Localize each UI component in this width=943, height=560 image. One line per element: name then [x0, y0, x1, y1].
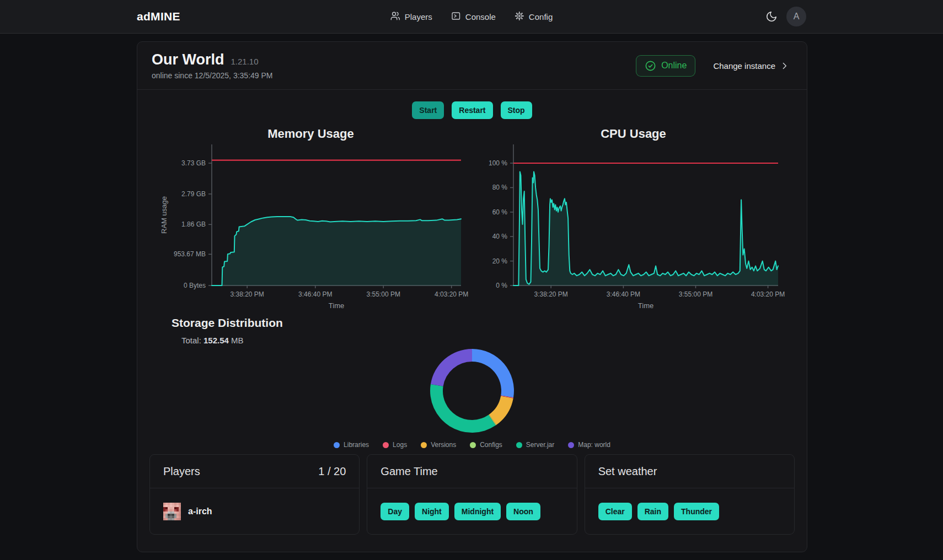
svg-text:Time: Time [329, 301, 344, 310]
bottom-cards: Players 1 / 20 a-irch Game Time DayNight… [149, 454, 795, 535]
legend-item-Libraries[interactable]: Libraries [334, 441, 369, 449]
donut-slice-Libraries [472, 349, 514, 397]
page-title: Our World [152, 51, 224, 68]
legend-label: Server.jar [526, 441, 554, 449]
game-time-card: Game Time DayNightMidnightNoon [367, 454, 577, 535]
cpu-chart-title: CPU Usage [472, 125, 795, 143]
legend-item-Versions[interactable]: Versions [421, 441, 456, 449]
legend-item-Configs[interactable]: Configs [470, 441, 502, 449]
instance-panel: Our World 1.21.10 online since 12/5/2025… [137, 41, 807, 552]
player-avatar [163, 503, 181, 520]
storage-title: Storage Distribution [172, 316, 283, 330]
status-badge: Online [636, 55, 695, 77]
time-midnight-button[interactable]: Midnight [454, 503, 501, 520]
svg-text:80 %: 80 % [492, 184, 508, 191]
app-logo[interactable]: adMINE [137, 10, 180, 23]
legend-dot [516, 442, 522, 448]
change-instance-button[interactable]: Change instance [710, 61, 792, 71]
svg-text:2.79 GB: 2.79 GB [181, 190, 206, 198]
legend-item-Map: world[interactable]: Map: world [568, 441, 610, 449]
time-noon-button[interactable]: Noon [506, 503, 540, 520]
nav-item-config[interactable]: Config [515, 11, 553, 23]
main-nav: Players Console Config [390, 11, 553, 23]
config-icon [515, 11, 524, 23]
svg-text:40 %: 40 % [492, 233, 508, 240]
svg-text:3:55:00 PM: 3:55:00 PM [679, 290, 712, 298]
legend-item-Logs[interactable]: Logs [383, 441, 407, 449]
players-icon [390, 11, 400, 23]
legend-label: Libraries [344, 441, 369, 449]
legend-label: Logs [393, 441, 407, 449]
svg-text:4:03:20 PM: 4:03:20 PM [435, 290, 468, 298]
legend-label: Configs [480, 441, 502, 449]
svg-text:RAM usage: RAM usage [160, 196, 168, 234]
weather-clear-button[interactable]: Clear [598, 503, 632, 520]
weather-rain-button[interactable]: Rain [637, 503, 668, 520]
svg-text:3:55:00 PM: 3:55:00 PM [367, 290, 400, 298]
donut-svg [425, 344, 519, 438]
time-night-button[interactable]: Night [415, 503, 449, 520]
theme-toggle-moon-icon[interactable] [765, 10, 778, 23]
restart-button[interactable]: Restart [452, 101, 492, 119]
memory-usage-chart: 0 Bytes953.67 MB1.86 GB2.79 GB3.73 GB3:3… [149, 143, 472, 316]
svg-text:3:38:20 PM: 3:38:20 PM [230, 290, 264, 298]
svg-text:4:03:20 PM: 4:03:20 PM [751, 290, 785, 298]
svg-text:0 Bytes: 0 Bytes [184, 282, 206, 289]
change-instance-label: Change instance [713, 61, 775, 71]
player-name: a-irch [188, 507, 212, 516]
legend-dot [421, 442, 427, 448]
chevron-right-icon [780, 61, 789, 71]
legend-item-Server.jar[interactable]: Server.jar [516, 441, 554, 449]
time-day-button[interactable]: Day [381, 503, 409, 520]
navbar-right: A [765, 7, 806, 26]
version-label: 1.21.10 [231, 57, 259, 66]
status-label: Online [661, 61, 687, 71]
header-divider [137, 89, 807, 90]
nav-label: Config [529, 12, 553, 21]
legend-label: Versions [431, 441, 456, 449]
nav-label: Console [465, 12, 496, 21]
cpu-usage-chart: 0 %20 %40 %60 %80 %100 %3:38:20 PM3:46:4… [472, 143, 795, 316]
donut-slice-Server.jar [430, 384, 496, 433]
weather-title: Set weather [598, 465, 657, 478]
nav-item-players[interactable]: Players [390, 11, 432, 23]
check-circle-icon [645, 60, 656, 72]
svg-text:60 %: 60 % [492, 208, 508, 216]
game-time-title: Game Time [381, 465, 437, 478]
memory-chart-svg: 0 Bytes953.67 MB1.86 GB2.79 GB3.73 GB3:3… [149, 143, 472, 314]
start-button[interactable]: Start [412, 101, 444, 119]
legend-dot [334, 442, 340, 448]
navbar: adMINE Players Console Config A [0, 0, 943, 34]
instance-header: Our World 1.21.10 online since 12/5/2025… [137, 42, 807, 89]
legend-label: Map: world [578, 441, 610, 449]
players-card: Players 1 / 20 a-irch [149, 454, 360, 535]
svg-text:3.73 GB: 3.73 GB [181, 159, 206, 167]
memory-chart-title: Memory Usage [149, 125, 472, 143]
player-list-item[interactable]: a-irch [163, 503, 212, 520]
players-count: 1 / 20 [318, 465, 346, 478]
nav-label: Players [405, 12, 432, 21]
svg-text:Time: Time [638, 301, 653, 310]
svg-text:3:38:20 PM: 3:38:20 PM [534, 290, 567, 298]
storage-legend: LibrariesLogsVersionsConfigsServer.jarMa… [137, 441, 807, 449]
svg-text:953.67 MB: 953.67 MB [174, 250, 206, 258]
svg-text:20 %: 20 % [492, 257, 508, 265]
legend-dot [383, 442, 389, 448]
weather-thunder-button[interactable]: Thunder [674, 503, 719, 520]
nav-item-console[interactable]: Console [451, 11, 496, 23]
svg-text:0 %: 0 % [496, 282, 507, 289]
donut-slice-Map: world [431, 349, 472, 386]
svg-text:100 %: 100 % [489, 159, 507, 167]
charts-row: Memory Usage 0 Bytes953.67 MB1.86 GB2.79… [137, 125, 807, 316]
svg-text:3:46:40 PM: 3:46:40 PM [298, 290, 332, 298]
user-avatar[interactable]: A [786, 7, 806, 26]
cpu-chart-svg: 0 %20 %40 %60 %80 %100 %3:38:20 PM3:46:4… [472, 143, 795, 314]
legend-dot [568, 442, 574, 448]
console-icon [451, 11, 461, 23]
svg-text:1.86 GB: 1.86 GB [181, 220, 206, 228]
online-since-label: online since 12/5/2025, 3:35:49 PM [152, 71, 273, 80]
server-controls: Start Restart Stop [137, 101, 807, 119]
legend-dot [470, 442, 476, 448]
stop-button[interactable]: Stop [501, 101, 532, 119]
svg-text:3:46:40 PM: 3:46:40 PM [607, 290, 640, 298]
